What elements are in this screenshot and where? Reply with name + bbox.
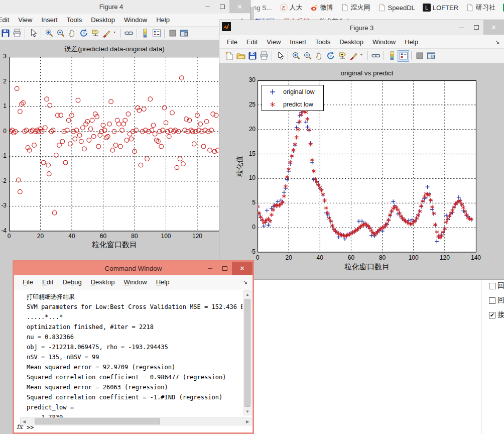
caret-down-icon[interactable]: [359, 50, 365, 62]
minimize-button[interactable]: ─: [200, 0, 215, 13]
scroll-up-arrow[interactable]: ▲: [244, 291, 251, 298]
legend-label: predict low: [283, 101, 313, 108]
close-button[interactable]: ✕: [232, 262, 253, 275]
menu-item-insert[interactable]: Insert: [285, 38, 311, 46]
scroll-right-arrow[interactable]: ▶: [244, 418, 251, 425]
legend-icon[interactable]: [398, 50, 409, 62]
plot-legend[interactable]: original low predict low: [262, 85, 324, 111]
menu-item-desktop[interactable]: Desktop: [86, 278, 119, 286]
menu-item-help[interactable]: Help: [152, 16, 174, 24]
pan-icon[interactable]: [313, 50, 325, 62]
bookmark-LOFTER[interactable]: LLOFTER: [423, 4, 458, 12]
open-folder-icon[interactable]: [235, 50, 246, 62]
zoom-in-icon[interactable]: [43, 28, 55, 39]
brush-icon[interactable]: [348, 50, 359, 62]
menu-item-view[interactable]: View: [262, 38, 285, 46]
new-document-icon[interactable]: [223, 50, 235, 62]
menu-item-edit[interactable]: Edit: [242, 38, 262, 46]
bookmark-涅火网[interactable]: 涅火网: [341, 3, 370, 12]
minimize-button[interactable]: ─: [454, 20, 469, 35]
menu-item-help[interactable]: Help: [152, 278, 174, 286]
menu-item-edit[interactable]: Edit: [38, 278, 58, 286]
menu-item-file[interactable]: File: [222, 38, 242, 46]
scroll-down-arrow[interactable]: ▼: [244, 408, 251, 415]
plot-tools-show-icon[interactable]: [178, 28, 190, 39]
menu-item-window[interactable]: Window: [119, 16, 152, 24]
save-icon[interactable]: [0, 28, 11, 39]
save-icon[interactable]: [246, 50, 258, 62]
link-icon[interactable]: [370, 50, 382, 62]
checkbox-item[interactable]: ✔接: [489, 310, 504, 319]
page-icon: [378, 4, 386, 12]
checkbox-item[interactable]: 回: [489, 296, 504, 305]
menu-item-desktop[interactable]: Desktop: [335, 38, 368, 46]
command-window-title: Command Window: [104, 265, 162, 272]
legend-entry: predict low: [262, 98, 323, 111]
menu-item-help[interactable]: Help: [400, 38, 423, 46]
checkbox[interactable]: [489, 283, 495, 289]
print-icon[interactable]: [258, 50, 270, 62]
checkbox[interactable]: [489, 297, 495, 304]
figure3-menubar: FileEditViewInsertToolsDesktopWindowHelp: [219, 35, 504, 49]
colorbar-icon[interactable]: [386, 50, 398, 62]
legend-icon[interactable]: [151, 28, 162, 39]
bookmark-人大[interactable]: E人大: [280, 3, 303, 12]
maximize-button[interactable]: [215, 0, 229, 13]
command-window-titlebar[interactable]: Command Window ─ ✕: [14, 262, 253, 275]
maximize-button[interactable]: [469, 20, 483, 35]
bookmark-SpeedDL[interactable]: SpeedDL: [378, 4, 415, 12]
plot-tools-hide-icon[interactable]: [167, 28, 178, 39]
menu-item-file[interactable]: File: [18, 278, 38, 286]
menu-item-debug[interactable]: Debug: [58, 278, 86, 286]
caret-down-icon[interactable]: [112, 28, 118, 39]
horizontal-scrollbar[interactable]: ◀ ▶: [20, 417, 251, 425]
cursor-icon[interactable]: [27, 28, 39, 39]
menu-item-tools[interactable]: Tools: [311, 38, 335, 46]
dock-arrow-icon[interactable]: ↘: [243, 279, 247, 285]
datatip-icon[interactable]: [336, 50, 348, 62]
dock-arrow-icon[interactable]: ↘: [495, 39, 499, 45]
bookmark-研习社[interactable]: 研习社: [466, 3, 495, 12]
bookmark-微博[interactable]: 微博: [310, 3, 333, 12]
maximize-button[interactable]: [217, 262, 232, 275]
plot-tools-show-icon[interactable]: [425, 50, 437, 62]
toolbar-separator: [25, 29, 25, 38]
zoom-out-icon[interactable]: [302, 50, 313, 62]
command-line: nSV = 135, nBSV = 99: [27, 352, 242, 362]
checkbox-item[interactable]: 回: [489, 281, 504, 290]
scroll-thumb[interactable]: [35, 418, 160, 424]
plot-tools-hide-icon[interactable]: [414, 50, 425, 62]
vertical-scrollbar[interactable]: ▲ ▼: [243, 290, 251, 415]
menu-item-insert[interactable]: Insert: [37, 16, 62, 24]
link-icon[interactable]: [123, 28, 135, 39]
menu-item-window[interactable]: Window: [368, 38, 400, 46]
minimize-button[interactable]: ─: [203, 262, 217, 275]
menu-item-edit[interactable]: Edit: [0, 16, 14, 24]
close-button[interactable]: ✕: [483, 20, 504, 35]
colorbar-icon[interactable]: [139, 28, 151, 39]
menu-item-view[interactable]: View: [14, 16, 37, 24]
bookmark-ng S...[interactable]: ng S...: [253, 4, 272, 12]
zoom-out-icon[interactable]: [55, 28, 66, 39]
menu-item-window[interactable]: Window: [119, 278, 151, 286]
figure4-titlebar[interactable]: Figure 4 ─ ✕: [0, 0, 250, 14]
zoom-in-icon[interactable]: [290, 50, 302, 62]
command-output[interactable]: 打印精细选择结果SVM parameters for Low:Best Cros…: [14, 289, 253, 432]
print-icon[interactable]: [11, 28, 23, 39]
menu-item-tools[interactable]: Tools: [62, 16, 86, 24]
rotate-icon[interactable]: [78, 28, 89, 39]
cursor-icon[interactable]: [274, 50, 286, 62]
figure4-axes[interactable]: [9, 57, 250, 232]
menu-item-desktop[interactable]: Desktop: [86, 16, 119, 24]
checkbox[interactable]: ✔: [489, 312, 495, 318]
pan-icon[interactable]: [66, 28, 78, 39]
brush-icon[interactable]: [101, 28, 112, 39]
command-line: .....*...*: [27, 312, 242, 322]
scroll-left-arrow[interactable]: ◀: [21, 418, 28, 425]
x-tick-label: 60: [341, 254, 361, 261]
rotate-icon[interactable]: [325, 50, 336, 62]
close-button[interactable]: ✕: [229, 0, 250, 13]
scroll-thumb[interactable]: [244, 299, 250, 407]
figure3-titlebar[interactable]: Figure 3 ─ ✕: [219, 20, 504, 35]
datatip-icon[interactable]: [89, 28, 101, 39]
